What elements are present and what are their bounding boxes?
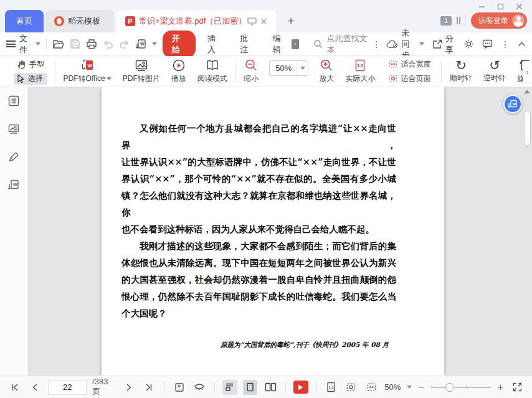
redo-icon[interactable] xyxy=(119,39,130,49)
actual-size-label: 实际大小 xyxy=(345,73,375,84)
fit-page-label: 适合页面 xyxy=(401,73,430,84)
svg-text:1:1: 1:1 xyxy=(358,64,364,68)
last-page-button[interactable] xyxy=(141,380,156,395)
two-page-view-button[interactable] xyxy=(263,380,278,395)
paragraph-line: 我刚才描述的这些现象，大家都不会感到陌生；而它们背后的集 xyxy=(121,237,396,254)
previous-page-button[interactable] xyxy=(28,380,43,395)
fit-width-status-button[interactable] xyxy=(364,380,379,395)
ribbon-tab-insert[interactable]: 插入 xyxy=(201,31,228,58)
fullscreen-icon[interactable] xyxy=(510,380,525,395)
svg-text:W: W xyxy=(140,42,145,46)
svg-text:W: W xyxy=(513,102,516,106)
zoom-in-plus-button[interactable]: + xyxy=(498,383,503,392)
more-menu-icon[interactable]: ⋮ xyxy=(501,39,510,49)
first-page-button[interactable] xyxy=(7,380,22,395)
actual-size-button[interactable]: 1:1 实际大小 xyxy=(340,59,381,84)
select-tool-label: 选择 xyxy=(28,73,43,84)
pdf-toolbar: 手型 选择 W PDF转Office PDF转图片 播放 阅读模式 缩小 xyxy=(0,56,532,87)
zoom-in-button[interactable]: 放大 xyxy=(313,59,340,84)
window-count-badge[interactable]: 1 xyxy=(440,16,452,26)
paragraph-line: 恨心理，仍然除不去百年国耻阴影下成长的吐信毒蛇。我们要怎么当 xyxy=(121,288,396,305)
fit-page-status-button[interactable] xyxy=(344,380,359,395)
select-tool-button[interactable]: 选择 xyxy=(14,73,47,85)
zoom-percentage-label[interactable]: 50% xyxy=(384,382,401,392)
maximize-button[interactable] xyxy=(491,0,510,12)
search-placeholder: 点此查找文本 xyxy=(327,33,368,55)
zoom-slider[interactable] xyxy=(430,383,492,392)
signature-pen-icon[interactable] xyxy=(5,148,22,166)
scroll-view-button[interactable] xyxy=(222,380,237,395)
open-file-icon[interactable] xyxy=(52,39,64,49)
scroll-up-arrow[interactable] xyxy=(524,90,530,93)
close-tab-icon[interactable] xyxy=(260,18,267,25)
tab-docer-label: 稻壳模板 xyxy=(68,16,100,27)
actual-size-status-button[interactable]: 1:1 xyxy=(324,380,339,395)
single-page-view-button[interactable] xyxy=(243,380,258,395)
images-panel-icon[interactable] xyxy=(5,120,22,138)
settings-gear-icon[interactable] xyxy=(463,39,474,49)
zoom-out-minus-button[interactable]: − xyxy=(418,383,424,392)
fit-width-icon xyxy=(389,60,397,69)
new-tab-button[interactable]: + xyxy=(283,14,298,29)
tab-document-label: 常识+梁文道着.pdf（已加密） xyxy=(139,16,244,27)
scrollbar-thumb[interactable] xyxy=(524,111,531,146)
export-doc-icon[interactable]: W xyxy=(5,176,22,194)
pdf-convert-float-button[interactable]: W xyxy=(503,95,522,113)
print-icon[interactable] xyxy=(86,39,97,49)
zoom-slider-knob[interactable] xyxy=(445,383,454,392)
undo-icon[interactable] xyxy=(103,39,113,49)
vertical-scrollbar[interactable] xyxy=(523,90,531,373)
read-mode-button[interactable]: 阅读模式 xyxy=(192,59,233,84)
page-number-input[interactable] xyxy=(48,380,87,395)
tab-document[interactable]: P 常识+梁文道着.pdf（已加密） xyxy=(116,10,276,32)
pdf-to-office-icon: W xyxy=(80,59,95,72)
search-box[interactable]: 点此查找文本 ⋮ xyxy=(313,33,381,55)
zoom-out-button[interactable]: 缩小 xyxy=(238,59,264,84)
tab-docer[interactable]: 稻壳模板 xyxy=(45,10,114,32)
zoom-level-combobox[interactable]: 50% xyxy=(269,60,308,76)
pdf-to-office-button[interactable]: W PDF转Office xyxy=(58,59,117,84)
next-page-button[interactable] xyxy=(121,380,136,395)
play-button[interactable]: 播放 xyxy=(166,59,192,84)
outline-panel-icon[interactable] xyxy=(5,92,22,110)
eye-protect-icon[interactable] xyxy=(192,380,207,395)
play-label: 播放 xyxy=(171,73,186,84)
chevron-down-icon[interactable] xyxy=(407,386,412,389)
collapse-toolbar-icon[interactable] xyxy=(518,42,526,47)
share-button[interactable]: 分享 xyxy=(432,33,455,55)
guest-login-button[interactable]: 访客登录 xyxy=(471,12,527,29)
fit-page-button[interactable]: 适合页面 xyxy=(386,73,434,85)
tab-home[interactable]: 首页 xyxy=(5,10,44,32)
ribbon-tab-edit[interactable]: 编辑 xyxy=(267,31,290,58)
export-to-word-icon[interactable]: W xyxy=(135,39,146,50)
pdf-to-image-button[interactable]: PDF转图片 xyxy=(117,59,166,84)
docer-icon xyxy=(54,16,64,26)
back-to-position-icon[interactable] xyxy=(172,380,187,395)
ribbon-expand-button[interactable]: › xyxy=(292,39,299,49)
save-icon[interactable] xyxy=(70,39,80,49)
rotate-counterclockwise-button[interactable]: ↺ 逆时针 xyxy=(478,59,511,83)
document-canvas[interactable]: 又例如任何一个地方县城都会把自己的名字填进“让××走向世界， 让世界认识××”的… xyxy=(28,87,532,376)
feedback-comment-icon[interactable] xyxy=(482,39,493,49)
hand-tool-button[interactable]: 手型 xyxy=(14,59,47,70)
window-list-icon[interactable] xyxy=(457,17,460,24)
toolbar-overflow-button[interactable]: › xyxy=(523,61,532,82)
minimize-button[interactable] xyxy=(472,0,491,12)
rotate-clockwise-button[interactable]: ↻ 顺时针 xyxy=(444,59,478,83)
ribbon-tab-start[interactable]: 开始 xyxy=(163,31,196,58)
play-slideshow-button[interactable] xyxy=(293,381,308,394)
close-button[interactable] xyxy=(510,0,528,12)
left-sidebar: W xyxy=(0,87,28,376)
file-menu[interactable]: 文件 xyxy=(6,33,40,55)
zoom-out-icon xyxy=(244,59,258,72)
svg-text:W: W xyxy=(13,182,17,187)
ribbon-tab-comment[interactable]: 批注 xyxy=(234,31,260,58)
pdf-page[interactable]: 又例如任何一个地方县城都会把自己的名字填进“让××走向世界， 让世界认识××”的… xyxy=(102,87,444,376)
guest-login-label: 访客登录 xyxy=(478,16,508,26)
chevron-down-icon[interactable] xyxy=(152,42,157,45)
zoom-slider-track xyxy=(430,387,492,388)
rotate-counterclockwise-label: 逆时针 xyxy=(483,73,506,83)
present-to-screen-icon[interactable] xyxy=(247,17,257,26)
paragraph-line: 个大国呢？ xyxy=(121,305,396,321)
fit-width-button[interactable]: 适合宽度 xyxy=(386,59,434,70)
